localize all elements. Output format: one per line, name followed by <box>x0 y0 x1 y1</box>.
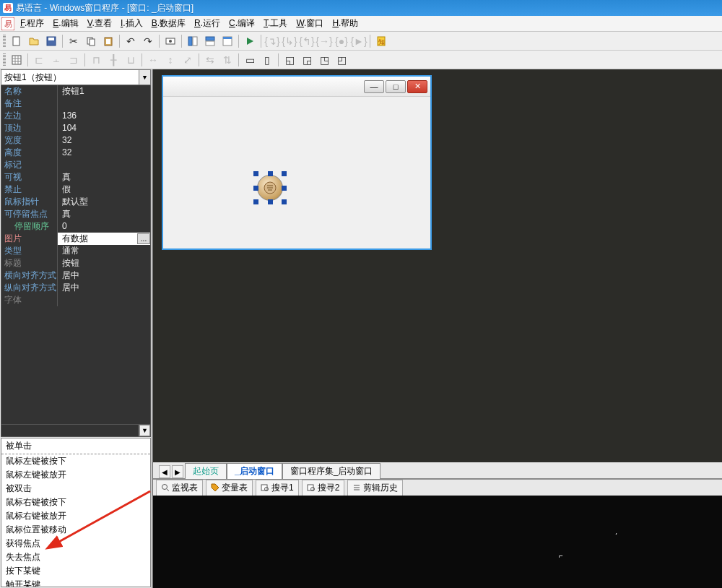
breakpoint-button[interactable]: {●} <box>334 33 349 49</box>
menu-program[interactable]: F.程序 <box>16 16 48 31</box>
resize-handle[interactable] <box>253 171 258 176</box>
property-row[interactable]: 类型通常 <box>1 245 150 257</box>
dock-body[interactable]: ʻ ⌐ <box>153 496 722 588</box>
cut-button[interactable]: ✂ <box>66 33 82 49</box>
property-value[interactable]: 104 <box>58 122 150 134</box>
layout-b-button[interactable] <box>202 33 218 49</box>
event-list[interactable]: 被单击 鼠标左键被按下鼠标左键被放开被双击鼠标右键被按下鼠标右键被放开鼠标位置被… <box>1 438 151 587</box>
menu-edit[interactable]: E.编辑 <box>48 16 82 31</box>
paste-button[interactable] <box>100 33 116 49</box>
copy-button[interactable] <box>83 33 99 49</box>
event-list-header[interactable]: 被单击 <box>1 438 150 454</box>
event-item[interactable]: 失去焦点 <box>1 550 150 564</box>
property-row[interactable]: 左边136 <box>1 110 150 122</box>
event-item[interactable]: 触开某键 <box>1 578 150 587</box>
run-button[interactable] <box>242 33 258 49</box>
property-value[interactable]: 假 <box>58 183 150 196</box>
property-value[interactable]: 真 <box>58 171 150 183</box>
property-value[interactable]: 0 <box>58 220 150 233</box>
property-value[interactable]: 居中 <box>58 269 150 282</box>
dropdown-arrow-icon[interactable]: ▼ <box>139 70 150 85</box>
event-item[interactable]: 鼠标右键被放开 <box>1 509 150 523</box>
menu-database[interactable]: B.数据库 <box>147 16 190 31</box>
menu-search[interactable]: V.查看 <box>83 16 116 31</box>
event-item[interactable]: 鼠标左键被放开 <box>1 468 150 482</box>
space-h-button[interactable]: ⇆ <box>202 52 218 68</box>
property-row[interactable]: 鼠标指针默认型 <box>1 196 150 208</box>
lock-button[interactable]: ◳ <box>316 52 332 68</box>
menu-window[interactable]: W.窗口 <box>292 16 328 31</box>
property-value[interactable]: 居中 <box>58 282 150 294</box>
same-height-button[interactable]: ↕ <box>162 52 178 68</box>
tab-startup-window[interactable]: _启动窗口 <box>227 463 282 479</box>
tab-nav-left-icon[interactable]: ◀ <box>159 465 170 478</box>
menu-insert[interactable]: I.插入 <box>116 16 147 31</box>
event-item[interactable]: 被双击 <box>1 482 150 496</box>
property-value[interactable]: 按钮 <box>58 257 150 269</box>
dock-tab-cliphistory[interactable]: 剪辑历史 <box>347 480 403 496</box>
event-item[interactable]: 鼠标右键被按下 <box>1 496 150 509</box>
dock-tab-find1[interactable]: 搜寻1 <box>256 480 299 496</box>
component-selector-input[interactable] <box>1 70 139 85</box>
layout-c-button[interactable] <box>219 33 235 49</box>
step-out-button[interactable]: {↰} <box>299 33 315 49</box>
resize-handle[interactable] <box>268 171 273 176</box>
scrollbar[interactable]: ▲ ▼ <box>139 425 150 436</box>
component-selector[interactable]: ▼ <box>1 69 151 85</box>
step-run-button[interactable]: {→} <box>316 33 332 49</box>
align-bottom-button[interactable]: ⊔ <box>123 52 139 68</box>
bring-front-button[interactable]: ◱ <box>282 52 297 68</box>
scroll-down-icon[interactable]: ▼ <box>139 425 150 436</box>
property-value[interactable]: 有数据... <box>58 233 150 245</box>
property-row[interactable]: 图片有数据... <box>1 233 150 245</box>
property-value[interactable] <box>58 294 150 306</box>
toolbar-grip-icon[interactable] <box>3 35 6 48</box>
layout-a-button[interactable] <box>185 33 201 49</box>
event-item[interactable]: 鼠标位置被移动 <box>1 523 150 537</box>
resize-handle[interactable] <box>282 171 287 176</box>
property-value[interactable]: 32 <box>58 134 150 147</box>
form-client-area[interactable] <box>163 97 430 248</box>
property-row[interactable]: 可停留焦点真 <box>1 208 150 220</box>
center-h-button[interactable]: ▭ <box>242 52 258 68</box>
align-top-button[interactable]: ⊓ <box>88 52 104 68</box>
event-item[interactable]: 按下某键 <box>1 564 150 578</box>
property-value[interactable]: 真 <box>58 208 150 220</box>
event-item[interactable]: 获得焦点 <box>1 537 150 550</box>
maximize-button[interactable]: □ <box>386 80 406 93</box>
resize-handle[interactable] <box>268 199 273 204</box>
property-row[interactable]: 横向对齐方式居中 <box>1 269 150 282</box>
property-row[interactable]: 高度32 <box>1 147 150 159</box>
property-value[interactable]: 32 <box>58 147 150 159</box>
menu-run[interactable]: R.运行 <box>190 16 225 31</box>
open-file-button[interactable] <box>26 33 42 49</box>
tab-order-button[interactable]: ◰ <box>334 52 349 68</box>
new-file-button[interactable] <box>9 33 25 49</box>
align-left-button[interactable]: ⊏ <box>31 52 47 68</box>
align-middle-button[interactable]: ╂ <box>105 52 121 68</box>
property-value[interactable] <box>58 159 150 171</box>
property-row[interactable]: 字体 <box>1 294 150 306</box>
preview-button[interactable] <box>162 33 178 49</box>
space-v-button[interactable]: ⇅ <box>219 52 235 68</box>
dock-tab-vars[interactable]: 变量表 <box>206 480 253 496</box>
undo-button[interactable]: ↶ <box>123 33 139 49</box>
selected-button-control[interactable] <box>257 175 283 201</box>
resize-handle[interactable] <box>253 199 258 204</box>
property-value[interactable]: 按钮1 <box>58 85 150 98</box>
property-row[interactable]: 停留顺序0 <box>1 220 150 233</box>
close-button[interactable]: ✕ <box>407 80 427 93</box>
align-right-button[interactable]: ⊐ <box>66 52 82 68</box>
send-back-button[interactable]: ◲ <box>299 52 315 68</box>
tab-code-module[interactable]: 窗口程序集_启动窗口 <box>282 463 381 479</box>
tab-nav-right-icon[interactable]: ▶ <box>172 465 183 478</box>
grid-toggle-button[interactable] <box>9 52 25 68</box>
property-row[interactable]: 可视真 <box>1 171 150 183</box>
toolbar-grip-icon[interactable] <box>3 53 6 66</box>
menu-compile[interactable]: C.编译 <box>225 16 259 31</box>
resize-handle[interactable] <box>253 186 258 191</box>
resize-handle[interactable] <box>282 186 287 191</box>
ellipsis-button[interactable]: ... <box>137 233 150 244</box>
resize-handle[interactable] <box>282 199 287 204</box>
knowledge-button[interactable]: 知 <box>373 33 389 49</box>
